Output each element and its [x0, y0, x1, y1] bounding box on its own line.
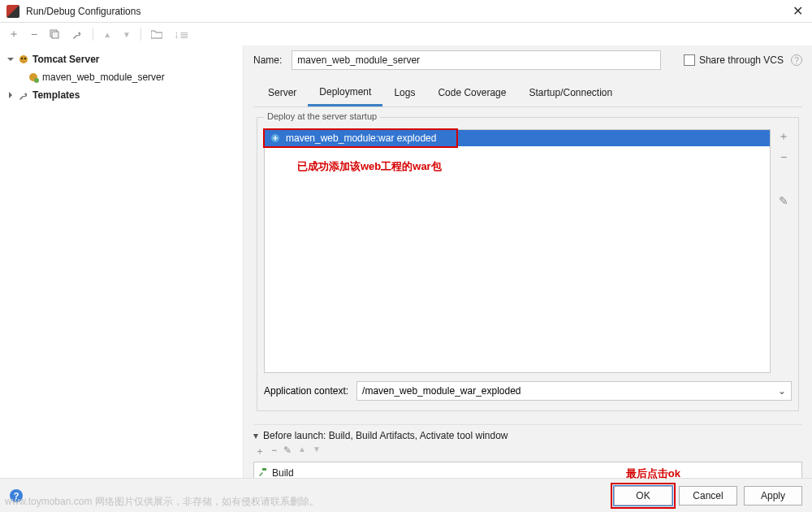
- chevron-down-icon: ▾: [253, 430, 258, 441]
- move-up-icon[interactable]: ▲: [298, 445, 306, 458]
- config-tree: Tomcat Server maven_web_module_server Te…: [0, 46, 244, 478]
- app-context-select[interactable]: /maven_web_module_war_exploded ⌄: [356, 381, 792, 401]
- edit-icon[interactable]: ✎: [283, 445, 292, 458]
- tree-label: Templates: [32, 89, 80, 101]
- button-row: OK Cancel Apply: [614, 486, 802, 505]
- title-bar: Run/Debug Configurations ✕: [0, 0, 812, 23]
- move-down-icon[interactable]: ▼: [313, 445, 321, 458]
- annotation-text: 已成功添加该web工程的war包: [297, 159, 442, 174]
- edit-icon[interactable]: ✎: [779, 194, 788, 207]
- move-down-icon[interactable]: ▼: [121, 30, 132, 39]
- tab-startup-connection[interactable]: Startup/Connection: [517, 80, 624, 106]
- tab-code-coverage[interactable]: Code Coverage: [426, 80, 517, 106]
- before-launch-header[interactable]: ▾ Before launch: Build, Build Artifacts,…: [253, 430, 802, 441]
- chevron-right-icon[interactable]: [6, 91, 15, 99]
- artifact-area: maven_web_module:war exploded 已成功添加该web工…: [264, 129, 792, 373]
- main-panel: Name: Share through VCS ? Server Deploym…: [244, 46, 812, 478]
- folder-icon[interactable]: [149, 29, 164, 39]
- app-context-row: Application context: /maven_web_module_w…: [264, 381, 792, 401]
- svg-point-6: [34, 78, 39, 83]
- tab-deployment[interactable]: Deployment: [308, 80, 382, 106]
- artifact-icon: [270, 132, 281, 144]
- before-launch-toolbar: ＋ − ✎ ▲ ▼: [253, 441, 802, 462]
- app-icon: [6, 5, 19, 18]
- separator: [93, 28, 93, 41]
- deploy-legend: Deploy at the server startup: [264, 111, 380, 121]
- tree-node-server-config[interactable]: maven_web_module_server: [0, 68, 243, 86]
- svg-rect-1: [52, 32, 58, 38]
- tree-label: maven_web_module_server: [42, 72, 165, 83]
- remove-icon[interactable]: −: [271, 445, 277, 458]
- artifact-label: maven_web_module:war exploded: [286, 132, 436, 144]
- share-vcs-label: Share through VCS: [699, 54, 784, 66]
- add-icon[interactable]: ＋: [255, 445, 265, 458]
- close-icon[interactable]: ✕: [789, 3, 806, 19]
- dialog-title: Run/Debug Configurations: [26, 6, 789, 17]
- deploy-fieldset: Deploy at the server startup maven_web_m…: [257, 117, 799, 411]
- chevron-down-icon[interactable]: [6, 55, 15, 63]
- wrench-icon[interactable]: [70, 28, 84, 40]
- before-launch-label: Before launch: Build, Build Artifacts, A…: [263, 430, 508, 441]
- name-row: Name: Share through VCS ?: [253, 50, 802, 70]
- chevron-down-icon: ⌄: [778, 385, 786, 397]
- name-input[interactable]: [292, 50, 661, 70]
- ok-button[interactable]: OK: [614, 486, 672, 505]
- annotation-text: 最后点击ok: [626, 466, 680, 481]
- tree-label: Tomcat Server: [32, 54, 99, 65]
- sort-icon[interactable]: ↓≣: [172, 28, 191, 41]
- move-up-icon[interactable]: ▲: [102, 30, 113, 39]
- body: Tomcat Server maven_web_module_server Te…: [0, 46, 812, 478]
- tree-node-tomcat[interactable]: Tomcat Server: [0, 50, 243, 68]
- svg-point-3: [21, 58, 23, 59]
- bl-label: Build: [272, 467, 294, 479]
- tree-toolbar: ＋ − ▲ ▼ ↓≣: [0, 23, 812, 46]
- tomcat-local-icon: [28, 72, 39, 83]
- separator: [140, 28, 141, 41]
- remove-icon[interactable]: −: [29, 28, 39, 41]
- wrench-icon: [18, 89, 29, 101]
- tab-bar: Server Deployment Logs Code Coverage Sta…: [253, 80, 802, 107]
- copy-icon[interactable]: [47, 28, 62, 40]
- remove-icon[interactable]: −: [780, 150, 787, 163]
- name-label: Name:: [253, 54, 282, 66]
- svg-point-4: [24, 58, 26, 59]
- add-icon[interactable]: ＋: [778, 129, 789, 144]
- artifact-side-toolbar: ＋ − ✎: [775, 129, 792, 373]
- tomcat-icon: [18, 54, 29, 65]
- share-vcs-checkbox[interactable]: [684, 54, 695, 66]
- app-context-value: /maven_web_module_war_exploded: [362, 385, 520, 397]
- tree-node-templates[interactable]: Templates: [0, 86, 243, 104]
- run-debug-dialog: Run/Debug Configurations ✕ ＋ − ▲ ▼ ↓≣ To…: [0, 0, 812, 512]
- apply-button[interactable]: Apply: [744, 486, 802, 505]
- cancel-button[interactable]: Cancel: [679, 486, 737, 505]
- watermark: www.toymoban.com 网络图片仅供展示，非存储，如有侵权请联系删除。: [0, 495, 319, 509]
- svg-rect-8: [262, 468, 266, 471]
- svg-point-2: [19, 55, 28, 63]
- tab-logs[interactable]: Logs: [382, 80, 426, 106]
- artifact-item[interactable]: maven_web_module:war exploded: [265, 130, 770, 146]
- tab-server[interactable]: Server: [257, 80, 308, 106]
- app-context-label: Application context:: [264, 385, 348, 397]
- artifact-list[interactable]: maven_web_module:war exploded 已成功添加该web工…: [264, 129, 771, 373]
- add-icon[interactable]: ＋: [6, 27, 21, 41]
- help-icon[interactable]: ?: [791, 54, 802, 66]
- share-vcs-wrap: Share through VCS ?: [684, 54, 802, 66]
